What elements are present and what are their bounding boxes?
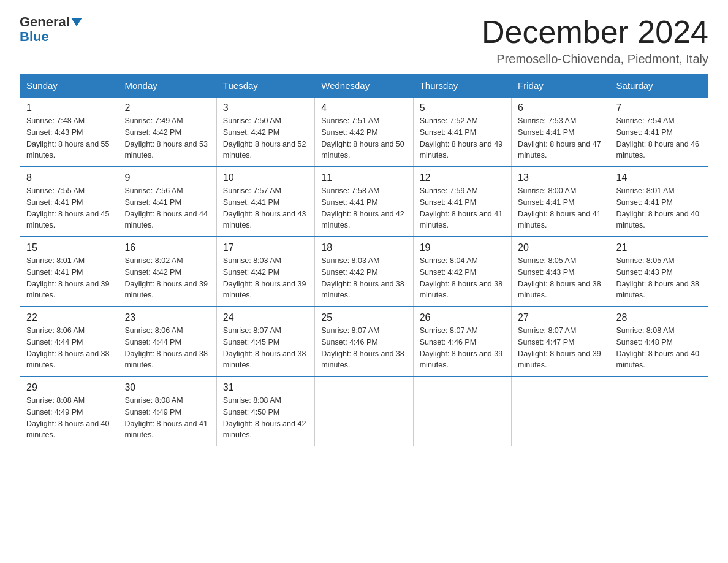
calendar-day-cell: 2Sunrise: 7:49 AMSunset: 4:42 PMDaylight… bbox=[118, 98, 216, 167]
day-info: Sunrise: 8:05 AMSunset: 4:43 PMDaylight:… bbox=[518, 255, 603, 301]
calendar-day-cell: 9Sunrise: 7:56 AMSunset: 4:41 PMDaylight… bbox=[118, 167, 216, 237]
day-number: 22 bbox=[26, 312, 112, 323]
calendar-day-cell: 8Sunrise: 7:55 AMSunset: 4:41 PMDaylight… bbox=[20, 167, 118, 237]
day-number: 6 bbox=[518, 102, 603, 113]
calendar-day-cell: 13Sunrise: 8:00 AMSunset: 4:41 PMDayligh… bbox=[512, 167, 610, 237]
day-number: 9 bbox=[124, 172, 210, 183]
logo: General Blue bbox=[20, 15, 82, 44]
calendar-day-cell: 1Sunrise: 7:48 AMSunset: 4:43 PMDaylight… bbox=[20, 98, 118, 167]
day-number: 20 bbox=[518, 242, 603, 253]
day-info: Sunrise: 7:58 AMSunset: 4:41 PMDaylight:… bbox=[321, 185, 406, 231]
calendar-day-cell: 3Sunrise: 7:50 AMSunset: 4:42 PMDaylight… bbox=[216, 98, 314, 167]
day-info: Sunrise: 8:06 AMSunset: 4:44 PMDaylight:… bbox=[124, 325, 210, 371]
day-number: 18 bbox=[321, 242, 406, 253]
calendar-day-cell bbox=[610, 377, 708, 446]
day-info: Sunrise: 8:07 AMSunset: 4:46 PMDaylight:… bbox=[420, 325, 505, 371]
location-text: Premosello-Chiovenda, Piedmont, Italy bbox=[482, 52, 708, 66]
weekday-header-wednesday: Wednesday bbox=[315, 74, 413, 98]
calendar-day-cell: 28Sunrise: 8:08 AMSunset: 4:48 PMDayligh… bbox=[610, 307, 708, 377]
calendar-day-cell: 18Sunrise: 8:03 AMSunset: 4:42 PMDayligh… bbox=[315, 237, 413, 307]
day-info: Sunrise: 8:00 AMSunset: 4:41 PMDaylight:… bbox=[518, 185, 603, 231]
day-info: Sunrise: 8:08 AMSunset: 4:49 PMDaylight:… bbox=[26, 395, 112, 441]
weekday-header-row: SundayMondayTuesdayWednesdayThursdayFrid… bbox=[20, 74, 708, 98]
day-info: Sunrise: 8:08 AMSunset: 4:50 PMDaylight:… bbox=[223, 395, 308, 441]
day-info: Sunrise: 8:05 AMSunset: 4:43 PMDaylight:… bbox=[616, 255, 702, 301]
day-number: 17 bbox=[223, 242, 308, 253]
day-number: 19 bbox=[420, 242, 505, 253]
calendar-day-cell: 31Sunrise: 8:08 AMSunset: 4:50 PMDayligh… bbox=[216, 377, 314, 446]
day-info: Sunrise: 7:52 AMSunset: 4:41 PMDaylight:… bbox=[420, 115, 505, 161]
day-number: 15 bbox=[26, 242, 112, 253]
weekday-header-tuesday: Tuesday bbox=[216, 74, 314, 98]
day-number: 7 bbox=[616, 102, 702, 113]
day-number: 1 bbox=[26, 102, 112, 113]
day-number: 14 bbox=[616, 172, 702, 183]
calendar-body: 1Sunrise: 7:48 AMSunset: 4:43 PMDaylight… bbox=[20, 98, 708, 446]
calendar-day-cell bbox=[512, 377, 610, 446]
day-number: 21 bbox=[616, 242, 702, 253]
day-info: Sunrise: 8:07 AMSunset: 4:47 PMDaylight:… bbox=[518, 325, 603, 371]
day-info: Sunrise: 8:04 AMSunset: 4:42 PMDaylight:… bbox=[420, 255, 505, 301]
logo-blue-text: Blue bbox=[20, 29, 49, 44]
calendar-day-cell: 12Sunrise: 7:59 AMSunset: 4:41 PMDayligh… bbox=[413, 167, 511, 237]
day-number: 3 bbox=[223, 102, 308, 113]
day-number: 31 bbox=[223, 382, 308, 393]
calendar-day-cell: 22Sunrise: 8:06 AMSunset: 4:44 PMDayligh… bbox=[20, 307, 118, 377]
day-number: 28 bbox=[616, 312, 702, 323]
day-info: Sunrise: 8:06 AMSunset: 4:44 PMDaylight:… bbox=[26, 325, 112, 371]
day-number: 23 bbox=[124, 312, 210, 323]
weekday-header-sunday: Sunday bbox=[20, 74, 118, 98]
day-number: 10 bbox=[223, 172, 308, 183]
day-info: Sunrise: 7:49 AMSunset: 4:42 PMDaylight:… bbox=[124, 115, 210, 161]
day-number: 27 bbox=[518, 312, 603, 323]
day-number: 11 bbox=[321, 172, 406, 183]
weekday-header-saturday: Saturday bbox=[610, 74, 708, 98]
day-info: Sunrise: 7:53 AMSunset: 4:41 PMDaylight:… bbox=[518, 115, 603, 161]
day-number: 12 bbox=[420, 172, 505, 183]
calendar-day-cell: 11Sunrise: 7:58 AMSunset: 4:41 PMDayligh… bbox=[315, 167, 413, 237]
day-info: Sunrise: 7:59 AMSunset: 4:41 PMDaylight:… bbox=[420, 185, 505, 231]
day-info: Sunrise: 8:02 AMSunset: 4:42 PMDaylight:… bbox=[124, 255, 210, 301]
calendar-week-row: 29Sunrise: 8:08 AMSunset: 4:49 PMDayligh… bbox=[20, 377, 708, 446]
calendar-day-cell: 10Sunrise: 7:57 AMSunset: 4:41 PMDayligh… bbox=[216, 167, 314, 237]
weekday-header-friday: Friday bbox=[512, 74, 610, 98]
calendar-day-cell: 23Sunrise: 8:06 AMSunset: 4:44 PMDayligh… bbox=[118, 307, 216, 377]
calendar-day-cell: 29Sunrise: 8:08 AMSunset: 4:49 PMDayligh… bbox=[20, 377, 118, 446]
day-number: 4 bbox=[321, 102, 406, 113]
day-info: Sunrise: 8:08 AMSunset: 4:49 PMDaylight:… bbox=[124, 395, 210, 441]
calendar-day-cell: 20Sunrise: 8:05 AMSunset: 4:43 PMDayligh… bbox=[512, 237, 610, 307]
day-number: 26 bbox=[420, 312, 505, 323]
day-info: Sunrise: 8:03 AMSunset: 4:42 PMDaylight:… bbox=[321, 255, 406, 301]
day-info: Sunrise: 8:01 AMSunset: 4:41 PMDaylight:… bbox=[616, 185, 702, 231]
weekday-header-monday: Monday bbox=[118, 74, 216, 98]
day-number: 2 bbox=[124, 102, 210, 113]
day-info: Sunrise: 7:48 AMSunset: 4:43 PMDaylight:… bbox=[26, 115, 112, 161]
day-info: Sunrise: 8:01 AMSunset: 4:41 PMDaylight:… bbox=[26, 255, 112, 301]
calendar-day-cell: 26Sunrise: 8:07 AMSunset: 4:46 PMDayligh… bbox=[413, 307, 511, 377]
day-info: Sunrise: 7:54 AMSunset: 4:41 PMDaylight:… bbox=[616, 115, 702, 161]
calendar-day-cell: 21Sunrise: 8:05 AMSunset: 4:43 PMDayligh… bbox=[610, 237, 708, 307]
day-info: Sunrise: 7:55 AMSunset: 4:41 PMDaylight:… bbox=[26, 185, 112, 231]
calendar-day-cell: 24Sunrise: 8:07 AMSunset: 4:45 PMDayligh… bbox=[216, 307, 314, 377]
day-number: 29 bbox=[26, 382, 112, 393]
calendar-day-cell bbox=[315, 377, 413, 446]
calendar-day-cell: 19Sunrise: 8:04 AMSunset: 4:42 PMDayligh… bbox=[413, 237, 511, 307]
calendar-week-row: 22Sunrise: 8:06 AMSunset: 4:44 PMDayligh… bbox=[20, 307, 708, 377]
calendar-day-cell: 17Sunrise: 8:03 AMSunset: 4:42 PMDayligh… bbox=[216, 237, 314, 307]
calendar-day-cell: 25Sunrise: 8:07 AMSunset: 4:46 PMDayligh… bbox=[315, 307, 413, 377]
logo-general-text: General bbox=[20, 15, 70, 29]
page-header: General Blue December 2024 Premosello-Ch… bbox=[20, 15, 708, 66]
weekday-header-thursday: Thursday bbox=[413, 74, 511, 98]
day-info: Sunrise: 7:50 AMSunset: 4:42 PMDaylight:… bbox=[223, 115, 308, 161]
title-section: December 2024 Premosello-Chiovenda, Pied… bbox=[482, 15, 708, 66]
calendar-day-cell: 7Sunrise: 7:54 AMSunset: 4:41 PMDaylight… bbox=[610, 98, 708, 167]
day-number: 8 bbox=[26, 172, 112, 183]
calendar-day-cell: 15Sunrise: 8:01 AMSunset: 4:41 PMDayligh… bbox=[20, 237, 118, 307]
calendar-day-cell: 27Sunrise: 8:07 AMSunset: 4:47 PMDayligh… bbox=[512, 307, 610, 377]
calendar-week-row: 8Sunrise: 7:55 AMSunset: 4:41 PMDaylight… bbox=[20, 167, 708, 237]
day-number: 5 bbox=[420, 102, 505, 113]
day-info: Sunrise: 8:07 AMSunset: 4:46 PMDaylight:… bbox=[321, 325, 406, 371]
day-info: Sunrise: 7:51 AMSunset: 4:42 PMDaylight:… bbox=[321, 115, 406, 161]
day-number: 13 bbox=[518, 172, 603, 183]
calendar-day-cell: 5Sunrise: 7:52 AMSunset: 4:41 PMDaylight… bbox=[413, 98, 511, 167]
